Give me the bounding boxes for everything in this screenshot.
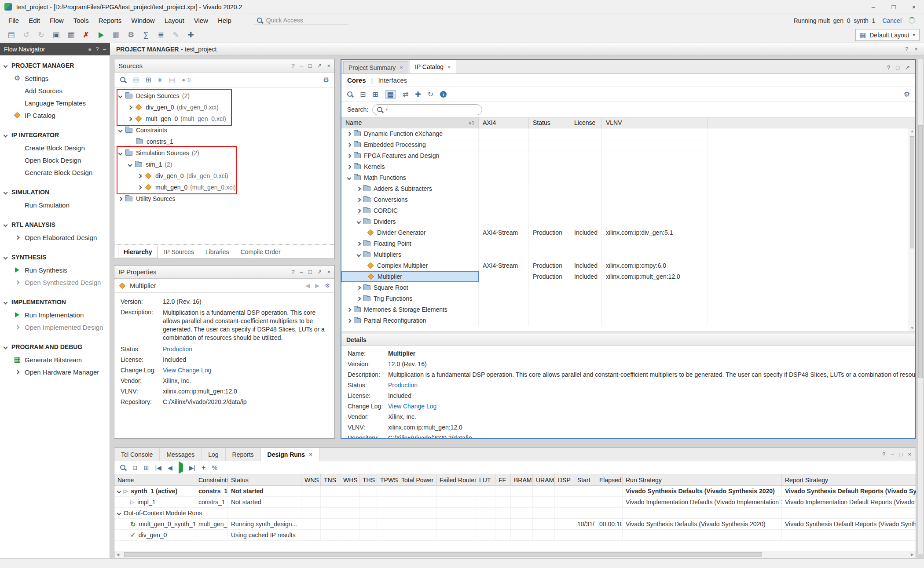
- column-header[interactable]: URAM: [533, 474, 555, 485]
- scroll-down-icon[interactable]: ▼: [909, 325, 915, 331]
- section-header[interactable]: RTL ANALYSIS: [0, 218, 110, 231]
- menu-file[interactable]: File: [4, 15, 24, 26]
- menu-icon[interactable]: ≡: [88, 47, 92, 52]
- maximize-panel-icon[interactable]: □: [896, 65, 899, 70]
- report-icon[interactable]: ▥: [112, 31, 119, 39]
- run-row-synth-1[interactable]: ▷synth_1 (active) constrs_1 Not started …: [114, 486, 916, 497]
- status-link[interactable]: Production: [388, 382, 418, 389]
- expand-all-icon[interactable]: ⊞: [372, 91, 378, 98]
- status-link[interactable]: Production: [163, 346, 192, 353]
- close-panel-icon[interactable]: ×: [327, 269, 330, 275]
- pencil-icon[interactable]: ✎: [172, 31, 179, 39]
- group-by-category-icon[interactable]: ▦: [385, 90, 396, 99]
- catalog-row[interactable]: Memories & Storage Elements: [341, 304, 708, 315]
- gear-icon[interactable]: ⚙: [325, 283, 330, 288]
- catalog-row-multiplier-selected[interactable]: MultiplierProductionIncludedxilinx.com:i…: [341, 271, 708, 282]
- menu-tools[interactable]: Tools: [69, 15, 94, 26]
- tab-libraries[interactable]: Libraries: [200, 246, 235, 258]
- sidebar-item-create-block-design[interactable]: Create Block Design: [0, 142, 110, 154]
- menu-window[interactable]: Window: [126, 15, 159, 26]
- horizontal-scrollbar[interactable]: ◀ ▶: [114, 551, 916, 558]
- search-icon[interactable]: [347, 91, 353, 98]
- menu-edit[interactable]: Edit: [24, 15, 45, 26]
- section-header[interactable]: SYNTHESIS: [0, 251, 110, 264]
- column-header[interactable]: BRAM: [511, 474, 533, 485]
- section-header[interactable]: PROJECT MANAGER: [0, 59, 110, 72]
- sum-icon[interactable]: ∑: [143, 31, 148, 39]
- catalog-row-complex-multiplier[interactable]: Complex MultiplierAXI4-StreamProductionI…: [341, 260, 708, 271]
- tree-row-mult-gen[interactable]: mult_gen_0(mult_gen_0.xci): [114, 113, 334, 124]
- run-row-impl-1[interactable]: ▷impl_1 constrs_1 Not started Vivado Imp…: [114, 497, 916, 508]
- workspace-scrollbar[interactable]: [917, 59, 924, 555]
- search-input[interactable]: ▾: [372, 104, 482, 115]
- expand-all-icon[interactable]: ⊞: [145, 76, 151, 84]
- catalog-row-divider-generator[interactable]: Divider GeneratorAXI4-StreamProductionIn…: [341, 227, 708, 238]
- tree-row-utility-sources[interactable]: Utility Sources: [114, 193, 334, 204]
- maximize-panel-icon[interactable]: □: [899, 451, 903, 457]
- tab-project-summary[interactable]: Project Summary×: [343, 61, 408, 73]
- tree-row-div-gen[interactable]: div_gen_0(div_gen_0.xci): [114, 102, 334, 113]
- catalog-row[interactable]: Dynamic Function eXchange: [341, 128, 708, 139]
- column-header[interactable]: Run Strategy: [623, 474, 782, 485]
- gear-icon[interactable]: ⚙: [904, 91, 910, 98]
- step-back-icon[interactable]: ◀: [168, 465, 172, 471]
- skip-to-end-icon[interactable]: ▶|: [189, 465, 195, 471]
- search-icon[interactable]: [120, 464, 126, 471]
- vertical-scrollbar[interactable]: ▲ ▼: [909, 128, 915, 331]
- gear-icon[interactable]: ⚙: [323, 76, 329, 84]
- open-file-icon[interactable]: ▤: [169, 76, 175, 84]
- float-panel-icon[interactable]: ↗: [905, 65, 910, 70]
- menu-flow[interactable]: Flow: [45, 15, 69, 26]
- subtab-cores[interactable]: Cores: [347, 76, 366, 84]
- cancel-link[interactable]: Cancel: [882, 17, 902, 24]
- run-row-mult-gen-synth[interactable]: ↻mult_gen_0_synth_1 mult_gen_0 Running s…: [114, 519, 916, 530]
- delete-icon[interactable]: ✗: [83, 31, 89, 39]
- scroll-right-icon[interactable]: ▶: [909, 551, 916, 558]
- tree-row-design-sources[interactable]: Design Sources(2): [114, 90, 334, 102]
- column-header[interactable]: Failed Routes: [436, 474, 476, 485]
- column-header-axi4[interactable]: AXI4: [479, 117, 529, 128]
- menu-reports[interactable]: Reports: [94, 15, 127, 26]
- catalog-row[interactable]: Dividers: [341, 216, 708, 227]
- collapse-all-icon[interactable]: ⊟: [360, 91, 366, 98]
- float-panel-icon[interactable]: ↗: [317, 63, 322, 69]
- sidebar-item-generate-bitstream[interactable]: Generate Bitstream: [0, 353, 110, 366]
- column-header[interactable]: WHS: [340, 474, 359, 485]
- sidebar-item-language-templates[interactable]: Language Templates: [0, 97, 110, 109]
- scrollbar-thumb[interactable]: [124, 552, 762, 557]
- column-header[interactable]: TNS: [321, 474, 340, 485]
- catalog-row[interactable]: FPGA Features and Design: [341, 150, 708, 161]
- sidebar-item-ip-catalog[interactable]: IP Catalog: [0, 109, 110, 121]
- column-header-name[interactable]: Name∧1: [341, 117, 479, 128]
- column-header-vlnv[interactable]: VLNV: [602, 117, 708, 128]
- refresh-icon[interactable]: ↻: [428, 91, 433, 98]
- catalog-row[interactable]: Kernels: [341, 161, 708, 172]
- run-row-ooc-group[interactable]: Out-of-Context Module Runs: [114, 508, 916, 519]
- tree-row-sim-div-gen[interactable]: div_gen_0(div_gen_0.xci): [114, 170, 334, 182]
- help-icon[interactable]: ?: [96, 47, 99, 52]
- catalog-row[interactable]: Math Functions: [341, 172, 708, 183]
- save-icon[interactable]: ▤: [7, 31, 15, 39]
- catalog-row[interactable]: Adders & Subtracters: [341, 183, 708, 194]
- info-icon[interactable]: [440, 91, 447, 98]
- help-icon[interactable]: ?: [291, 63, 294, 69]
- sidebar-item-open-implemented-design[interactable]: Open Implemented Design: [0, 321, 110, 333]
- column-header[interactable]: Name: [114, 474, 195, 485]
- create-runs-icon[interactable]: +: [202, 464, 205, 471]
- copy-icon[interactable]: ▣: [52, 31, 59, 39]
- column-header[interactable]: WNS: [301, 474, 321, 485]
- tab-reports[interactable]: Reports: [226, 448, 261, 461]
- column-header[interactable]: Start: [574, 474, 596, 485]
- sidebar-item-settings[interactable]: ⚙Settings: [0, 72, 110, 84]
- tab-ip-sources[interactable]: IP Sources: [159, 246, 199, 258]
- collapse-all-icon[interactable]: ⊟: [132, 465, 138, 471]
- tab-design-runs[interactable]: Design Runs×: [261, 448, 319, 461]
- sidebar-item-add-sources[interactable]: Add Sources: [0, 84, 110, 97]
- column-header-status[interactable]: Status: [529, 117, 570, 128]
- launch-runs-button[interactable]: [179, 464, 183, 471]
- section-header[interactable]: PROGRAM AND DEBUG: [0, 340, 110, 353]
- hierarchy-view-icon[interactable]: ⇄: [403, 91, 408, 98]
- close-panel-icon[interactable]: ×: [327, 63, 330, 69]
- change-log-link[interactable]: View Change Log: [388, 403, 436, 410]
- change-log-link[interactable]: View Change Log: [163, 367, 211, 374]
